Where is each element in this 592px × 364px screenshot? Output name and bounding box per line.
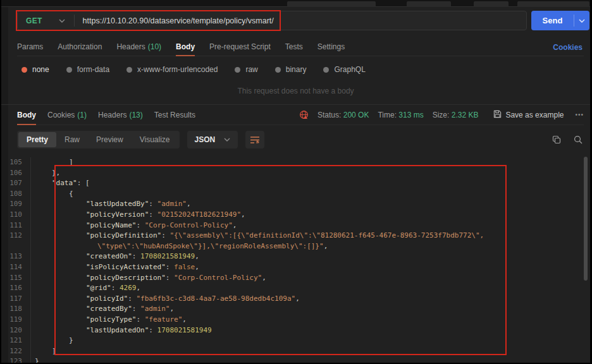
- line-content: "@rid": 4269,: [30, 283, 140, 294]
- line-content: "policyName": "Corp-Control-Policy",: [30, 221, 237, 231]
- format-dropdown-label: JSON: [195, 135, 216, 144]
- network-warning-icon[interactable]: [299, 110, 309, 119]
- request-tab-headers[interactable]: Headers(10): [116, 38, 161, 56]
- body-type-graphql[interactable]: GraphQL: [323, 65, 365, 74]
- code-line: 105]: [1, 157, 590, 168]
- radio-dot-icon: [323, 67, 329, 73]
- body-type-none[interactable]: none: [22, 65, 49, 74]
- line-number: 108: [1, 189, 30, 200]
- search-icon[interactable]: [574, 135, 583, 144]
- body-type-label: none: [32, 65, 49, 74]
- status-pair: Status: 200 OK: [318, 111, 369, 119]
- response-view-toolbar: PrettyRawPreviewVisualize JSON: [17, 130, 583, 149]
- method-dropdown[interactable]: GET: [18, 16, 74, 25]
- code-line: 123}: [1, 356, 590, 364]
- window-chrome-tab: [474, 1, 509, 7]
- request-tab-authorization[interactable]: Authorization: [58, 38, 102, 56]
- send-button-label[interactable]: Send: [531, 11, 574, 30]
- body-type-x-www-form-urlencoded[interactable]: x-www-form-urlencoded: [126, 65, 218, 74]
- line-number: 122: [1, 346, 30, 357]
- view-tab-visualize[interactable]: Visualize: [132, 132, 178, 147]
- request-tab-body[interactable]: Body: [176, 38, 195, 56]
- request-tab-params[interactable]: Params: [17, 38, 43, 56]
- line-number: 117: [1, 294, 30, 305]
- time-value: 313 ms: [398, 111, 423, 119]
- line-number: 107: [1, 178, 30, 189]
- scrollbar[interactable]: [584, 157, 588, 281]
- view-tab-preview[interactable]: Preview: [88, 132, 132, 147]
- response-actions: [552, 135, 583, 144]
- radio-dot-icon: [22, 67, 27, 73]
- code-line: 112"policyDefinition": "{\"assembly\":[{…: [1, 231, 590, 241]
- wrap-lines-button[interactable]: [245, 131, 264, 149]
- line-content: "createdOn": 1708021581949,: [30, 252, 199, 262]
- request-tab-tests-label: Tests: [285, 42, 303, 51]
- save-icon: [493, 110, 502, 120]
- line-number: 114: [1, 262, 30, 273]
- wrap-lines-icon: [250, 136, 260, 144]
- line-content: "createdBy": "admin",: [30, 304, 174, 315]
- code-line: 120"lastUpdatedOn": 1708021581949: [1, 325, 590, 336]
- more-options-icon[interactable]: •••: [575, 111, 584, 118]
- request-tab-pre-request-script-label: Pre-request Script: [209, 42, 271, 51]
- code-line: 118"createdBy": "admin",: [1, 304, 590, 315]
- line-number: 120: [1, 325, 30, 336]
- response-tab-cookies[interactable]: Cookies(1): [47, 105, 87, 124]
- line-content: }: [30, 356, 39, 364]
- response-tab-test-results[interactable]: Test Results: [154, 105, 195, 124]
- body-type-binary[interactable]: binary: [275, 65, 307, 74]
- code-line: 109"lastUpdatedBy": "admin",: [1, 199, 590, 210]
- save-as-example-button[interactable]: Save as example: [493, 110, 564, 120]
- request-tab-params-label: Params: [17, 42, 43, 51]
- body-type-raw[interactable]: raw: [235, 65, 257, 74]
- code-line: 116"@rid": 4269,: [1, 283, 590, 294]
- response-tab-headers[interactable]: Headers(13): [98, 105, 143, 124]
- response-tab-cookies-count: (1): [77, 111, 87, 119]
- line-number: 121: [1, 336, 30, 346]
- line-content: }: [30, 336, 73, 346]
- code-line: \"type\":\"hubAndSpoke\"}],\"regionRoleA…: [1, 241, 590, 252]
- line-number: 115: [1, 273, 30, 284]
- line-content: "policyDefinition": "{\"assembly\":[{\"d…: [30, 231, 484, 241]
- line-number: 106: [1, 168, 30, 179]
- rest-client-window: GET https://10.10.20.90/dataservice/temp…: [0, 0, 592, 364]
- line-number: 113: [1, 252, 30, 262]
- response-tab-body[interactable]: Body: [17, 105, 36, 124]
- response-meta: Status: 200 OK Time: 313 ms Size: 2.32 K…: [299, 110, 584, 120]
- line-content: "isPolicyActivated": false,: [30, 262, 199, 273]
- time-pair: Time: 313 ms: [378, 111, 423, 119]
- line-content: {: [30, 189, 73, 200]
- line-content: "data": [: [30, 178, 90, 189]
- request-tab-tests[interactable]: Tests: [285, 38, 303, 56]
- line-number: 110: [1, 210, 30, 221]
- view-mode-segmented-control: PrettyRawPreviewVisualize: [17, 131, 180, 149]
- send-button[interactable]: Send: [531, 11, 589, 30]
- response-tab-test-results-label: Test Results: [154, 111, 195, 119]
- code-line: 107"data": [: [1, 178, 590, 189]
- url-input[interactable]: https://10.10.20.90/dataservice/template…: [75, 16, 274, 25]
- response-tab-headers-count: (13): [129, 111, 142, 119]
- save-as-example-label: Save as example: [505, 111, 564, 119]
- request-tab-pre-request-script[interactable]: Pre-request Script: [209, 38, 271, 56]
- code-line: 106},: [1, 168, 590, 179]
- size-value: 2.32 KB: [452, 111, 479, 119]
- response-tab-cookies-label: Cookies: [47, 111, 75, 119]
- copy-icon[interactable]: [552, 135, 561, 144]
- request-tabs: ParamsAuthorizationHeaders(10)BodyPre-re…: [17, 38, 584, 56]
- code-line: 111"policyName": "Corp-Control-Policy",: [1, 221, 590, 231]
- request-tab-settings[interactable]: Settings: [318, 38, 345, 56]
- format-dropdown[interactable]: JSON: [187, 131, 238, 149]
- cookies-link[interactable]: Cookies: [553, 38, 583, 56]
- send-options-chevron-icon[interactable]: [574, 11, 589, 30]
- body-type-selector: noneform-datax-www-form-urlencodedrawbin…: [22, 61, 366, 78]
- line-number: 105: [1, 157, 30, 168]
- line-content: ]: [30, 157, 73, 168]
- window-chrome-tab: [287, 1, 376, 7]
- view-tab-raw[interactable]: Raw: [56, 132, 88, 147]
- view-tab-pretty[interactable]: Pretty: [18, 132, 56, 147]
- method-label: GET: [26, 16, 42, 25]
- window-chrome-tab: [517, 1, 589, 7]
- window-chrome-tab: [407, 1, 451, 7]
- request-tab-body-label: Body: [176, 42, 195, 51]
- body-type-form-data[interactable]: form-data: [66, 65, 109, 74]
